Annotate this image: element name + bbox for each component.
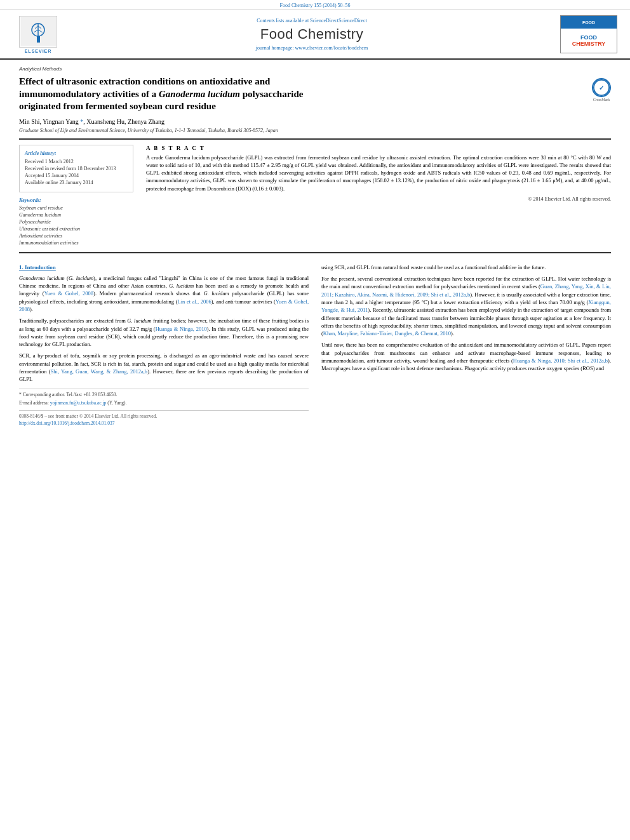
journal-homepage: journal homepage: www.elsevier.com/locat…	[64, 45, 560, 51]
journal-header: ELSEVIER Contents lists available at Sci…	[0, 10, 630, 60]
section-label: Analytical Methods	[19, 66, 611, 72]
right-para-1: using SCR, and GLPL from natural food wa…	[321, 263, 611, 271]
ref-lin-2006[interactable]: Lin et al., 2006	[178, 298, 211, 305]
intro-heading: 1. Introduction	[19, 263, 309, 272]
affiliation: Graduate School of Life and Environmenta…	[19, 128, 611, 133]
body-col-right: using SCR, and GLPL from natural food wa…	[321, 263, 611, 428]
footnotes: * Corresponding author. Tel./fax: +81 29…	[19, 389, 309, 407]
contents-available: Contents lists available at ScienceDirec…	[64, 18, 560, 23]
keyword-1: Soybean curd residue	[19, 204, 133, 211]
ref-huanga-ninga[interactable]: Huanga & Ninga, 2010; Shi et al., 2012a,…	[513, 357, 608, 364]
crossmark-area: ✓ CrossMark	[592, 78, 611, 102]
main-content: Analytical Methods ✓ CrossMark Effect of…	[0, 60, 630, 440]
info-abstract-section: Article history: Received 1 March 2012 R…	[19, 145, 611, 247]
keyword-3: Polysaccharide	[19, 218, 133, 225]
svg-text:✓: ✓	[599, 84, 604, 91]
citation-text: Food Chemistry 155 (2014) 50–56	[279, 3, 350, 8]
intro-para-3: SCR, a by-product of tofu, soymilk or so…	[19, 352, 309, 383]
svg-rect-1	[37, 36, 40, 43]
keywords-title: Keywords:	[19, 197, 133, 203]
right-para-2: For the present, several conventional ex…	[321, 275, 611, 338]
logo-bottom-area: FOOD CHEMISTRY	[561, 29, 617, 53]
homepage-url[interactable]: www.elsevier.com/locate/foodchem	[295, 45, 368, 51]
copyright: © 2014 Elsevier Ltd. All rights reserved…	[146, 196, 611, 202]
keyword-5: Antioxidant activities	[19, 232, 133, 239]
article-history-title: Article history:	[25, 150, 128, 156]
intro-para-1: Ganoderma lucidum (G. lucidum), a medici…	[19, 274, 309, 314]
abstract-title: A B S T R A C T	[146, 145, 611, 151]
footnote-email: E-mail address: yojinman.fu@u.tsukuba.ac…	[19, 400, 309, 407]
ref-yuen-gohel[interactable]: Yuen & Gohel, 2008	[19, 298, 309, 312]
article-info-box: Article history: Received 1 March 2012 R…	[19, 145, 133, 192]
elsevier-logo: ELSEVIER	[13, 16, 64, 53]
available-date: Available online 23 January 2014	[25, 180, 128, 185]
abstract-text: A crude Ganoderma lucidum polysaccharide…	[146, 154, 611, 193]
body-divider	[19, 252, 611, 253]
food-chemistry-logo: FOOD FOOD CHEMISTRY	[560, 15, 617, 53]
article-title: Effect of ultrasonic extraction conditio…	[19, 76, 514, 113]
logo-top-text: FOOD	[582, 20, 595, 25]
title-divider	[19, 138, 611, 140]
authors: Min Shi, Yingnan Yang *, Xuansheng Hu, Z…	[19, 118, 611, 125]
abstract-col: A B S T R A C T A crude Ganoderma lucidu…	[146, 145, 611, 247]
footnote-star: * Corresponding author. Tel./fax: +81 29…	[19, 392, 309, 399]
keyword-4: Ultrasonic assisted extraction	[19, 225, 133, 232]
footer-copyright: 0308-8146/$ – see front matter © 2014 El…	[19, 410, 309, 427]
elsevier-text: ELSEVIER	[25, 49, 52, 53]
logo-top-band: FOOD	[561, 16, 617, 29]
sciencedirect-link[interactable]: ScienceDirect	[310, 18, 338, 23]
keyword-2: Ganoderma lucidum	[19, 211, 133, 218]
footnote-email-link[interactable]: yojinman.fu@u.tsukuba.ac.jp	[50, 400, 107, 406]
accepted-date: Accepted 15 January 2014	[25, 173, 128, 178]
body-col-left: 1. Introduction Ganoderma lucidum (G. lu…	[19, 263, 309, 428]
keywords-section: Keywords: Soybean curd residue Ganoderma…	[19, 197, 133, 247]
journal-header-center: Contents lists available at ScienceDirec…	[64, 18, 560, 51]
ref-huanga-2010[interactable]: Huanga & Ninga, 2010	[156, 326, 207, 332]
right-para-3: Until now, there has been no comprehensi…	[321, 341, 611, 372]
logo-food-text: FOOD	[580, 34, 597, 41]
received-date: Received 1 March 2012	[25, 159, 128, 164]
ref-xiangqun-2011[interactable]: Xiangqun, Yongde, & Hui, 2011	[321, 299, 611, 313]
ref-shi-2012[interactable]: Shi, Yang, Guan, Wang, & Zhang, 2012a,b	[51, 368, 148, 375]
crossmark-icon: ✓	[592, 78, 611, 97]
keyword-6: Immunomodulation activities	[19, 239, 133, 246]
article-info-col: Article history: Received 1 March 2012 R…	[19, 145, 133, 247]
crossmark-label: CrossMark	[592, 98, 611, 102]
logo-chem-text: CHEMISTRY	[572, 41, 606, 47]
doi-link[interactable]: http://dx.doi.org/10.1016/j.foodchem.201…	[19, 420, 114, 426]
title-area: ✓ CrossMark Effect of ultrasonic extract…	[19, 76, 611, 113]
ref-khan-2010[interactable]: Khan, Maryline, Fabiano-Tixier, Dangles,…	[323, 330, 451, 337]
revised-date: Received in revised form 18 December 201…	[25, 166, 128, 171]
journal-title: Food Chemistry	[64, 26, 560, 43]
body-columns: 1. Introduction Ganoderma lucidum (G. lu…	[19, 263, 611, 428]
body-section: 1. Introduction Ganoderma lucidum (G. lu…	[19, 263, 611, 428]
elsevier-logo-box	[19, 16, 57, 48]
citation-bar: Food Chemistry 155 (2014) 50–56	[0, 0, 630, 10]
ref-yuen-2008[interactable]: Yuen & Gohel, 2008	[44, 290, 93, 297]
intro-para-2: Traditionally, polysaccharides are extra…	[19, 317, 309, 348]
ref-guan-2011[interactable]: Guan, Zhang, Yang, Xin, & Liu, 2011; Kaz…	[321, 283, 611, 297]
